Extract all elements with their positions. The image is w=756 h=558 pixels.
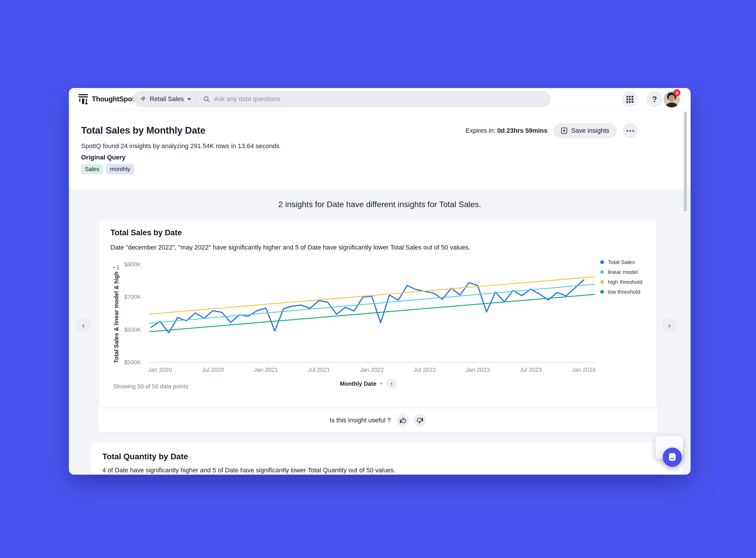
search-divider bbox=[197, 94, 197, 104]
search-bar: Retail Sales bbox=[133, 91, 551, 107]
total-sales-line-chart[interactable]: $800K$700K$600K$500KJan 2020Jul 2020Jan … bbox=[121, 255, 604, 374]
chart-legend: Total Saleslinear modelhigh thresholdlow… bbox=[600, 259, 642, 295]
x-axis-control: Monthly Date ↑ bbox=[319, 379, 418, 389]
legend-label: high threshold bbox=[608, 279, 642, 285]
legend-dot bbox=[600, 260, 604, 264]
scrollbar-thumb[interactable] bbox=[684, 112, 687, 211]
save-insights-label: Save insights bbox=[571, 127, 609, 134]
chevron-down-icon bbox=[187, 98, 191, 101]
legend-dot bbox=[600, 270, 604, 274]
expires-value: 0d 23hrs 59mins bbox=[497, 127, 547, 134]
next-card-subtitle: 4 of Date have significantly higher and … bbox=[102, 466, 396, 474]
data-source-icon bbox=[140, 96, 146, 102]
y-axis-title: Total Sales & linear model & high ... bbox=[113, 265, 120, 363]
x-tick-label: Jul 2021 bbox=[308, 366, 330, 373]
carousel-next-button[interactable]: › bbox=[662, 318, 677, 333]
carousel-prev-button[interactable]: ‹ bbox=[76, 318, 91, 333]
data-source-selector[interactable]: Retail Sales bbox=[140, 95, 191, 103]
chat-launcher-button[interactable] bbox=[663, 448, 682, 467]
next-insight-card: Total Quantity by Date 4 of Date have si… bbox=[91, 442, 683, 475]
legend-label: Total Sales bbox=[608, 259, 635, 265]
thoughtspot-logo[interactable]: ThoughtSpot bbox=[78, 88, 134, 110]
legend-label: linear model bbox=[608, 269, 638, 275]
thumbs-down-icon bbox=[416, 417, 423, 424]
legend-label: low threshold bbox=[608, 289, 640, 295]
data-source-label: Retail Sales bbox=[150, 95, 184, 103]
x-tick-label: Jan 2023 bbox=[466, 366, 489, 373]
next-card-title: Total Quantity by Date bbox=[102, 452, 188, 461]
legend-item-low-threshold[interactable]: low threshold bbox=[600, 288, 642, 295]
original-query-label: Original Query bbox=[81, 154, 126, 161]
legend-dot bbox=[600, 280, 604, 284]
y-tick-label: $500K bbox=[124, 359, 141, 365]
page-title: Total Sales by Monthly Date bbox=[81, 125, 205, 136]
thumbs-up-button[interactable] bbox=[396, 414, 409, 427]
search-input[interactable] bbox=[214, 95, 544, 103]
more-options-button[interactable] bbox=[623, 123, 638, 138]
notification-badge[interactable]: 3 bbox=[674, 89, 680, 96]
series-high-threshold bbox=[150, 277, 594, 314]
chart-subtitle: Date "december 2022", "may 2022" have si… bbox=[111, 244, 470, 251]
x-axis-label[interactable]: Monthly Date bbox=[340, 381, 376, 387]
top-navigation-bar: ThoughtSpot Retail Sales bbox=[69, 88, 690, 110]
legend-item-linear-model[interactable]: linear model bbox=[600, 269, 642, 275]
sort-ascending-button[interactable]: ↑ bbox=[386, 379, 397, 389]
expires-text: Expires in: 0d 23hrs 59mins bbox=[466, 127, 547, 134]
feedback-prompt: Is this insight useful ? bbox=[330, 416, 391, 424]
x-tick-label: Jul 2022 bbox=[414, 366, 436, 373]
query-tags: Sales monthly bbox=[81, 164, 134, 174]
x-tick-label: Jan 2021 bbox=[254, 366, 278, 373]
x-tick-label: Jul 2020 bbox=[202, 366, 224, 373]
y-tick-label: $700K bbox=[124, 294, 141, 300]
x-tick-label: Jul 2023 bbox=[520, 366, 542, 373]
legend-dot bbox=[600, 290, 604, 294]
query-tag-sales[interactable]: Sales bbox=[81, 164, 103, 174]
series-linear-model bbox=[150, 284, 594, 323]
apps-grid-button[interactable] bbox=[622, 91, 638, 107]
y-tick-label: $800K bbox=[124, 261, 141, 268]
data-points-count: Showing 50 of 50 data points bbox=[113, 383, 188, 390]
thumbs-down-button[interactable] bbox=[413, 414, 426, 427]
help-icon: ? bbox=[652, 95, 657, 104]
ellipsis-icon bbox=[627, 130, 628, 132]
header-actions: Expires in: 0d 23hrs 59mins Save insight… bbox=[466, 123, 638, 138]
query-tag-monthly[interactable]: monthly bbox=[106, 164, 134, 174]
series-total-sales bbox=[151, 280, 584, 333]
section-heading: 2 insights for Date have different insig… bbox=[69, 200, 690, 209]
search-field bbox=[203, 95, 544, 103]
feedback-row: Is this insight useful ? bbox=[98, 414, 657, 427]
sort-dropdown-icon[interactable] bbox=[379, 383, 383, 385]
thumbs-up-icon bbox=[400, 417, 406, 424]
legend-item-high-threshold[interactable]: high threshold bbox=[600, 279, 642, 285]
legend-item-total-sales[interactable]: Total Sales bbox=[600, 259, 642, 265]
chat-icon bbox=[667, 452, 677, 462]
thoughtspot-window: ThoughtSpot Retail Sales bbox=[69, 88, 690, 475]
spotiq-summary: SpotIQ found 24 insights by analyzing 29… bbox=[81, 142, 279, 150]
add-square-icon bbox=[561, 127, 568, 134]
save-insights-button[interactable]: Save insights bbox=[553, 123, 617, 138]
brand-name: ThoughtSpot bbox=[92, 95, 134, 103]
chart-title: Total Sales by Date bbox=[111, 228, 182, 237]
search-icon bbox=[203, 96, 210, 103]
thoughtspot-logo-icon bbox=[78, 94, 88, 105]
x-tick-label: Jan 2022 bbox=[360, 366, 384, 373]
y-tick-label: $600K bbox=[124, 327, 141, 333]
x-tick-label: Jan 2020 bbox=[148, 366, 172, 373]
help-button[interactable]: ? bbox=[647, 91, 663, 107]
series-low-threshold bbox=[150, 295, 594, 332]
x-tick-label: Jan 2024 bbox=[572, 366, 595, 373]
grid-icon bbox=[626, 96, 634, 103]
